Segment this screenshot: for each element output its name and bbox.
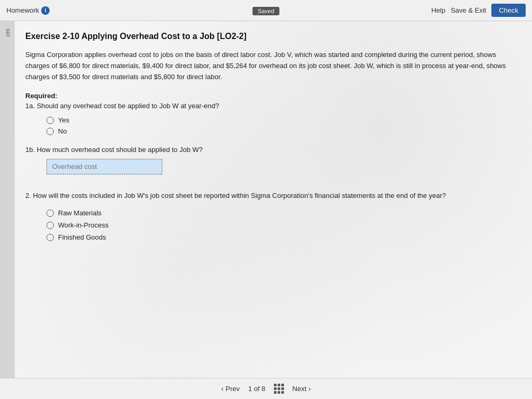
- main-content: Exercise 2-10 Applying Overhead Cost to …: [15, 21, 532, 378]
- info-icon[interactable]: i: [41, 6, 50, 15]
- checkbox-group-2: Raw Materials Work-in-Process Finished G…: [46, 209, 511, 241]
- top-bar-right: Help Save & Exit Check: [431, 4, 526, 17]
- radio-yes-circle[interactable]: [46, 117, 54, 124]
- grid-icon[interactable]: [274, 384, 284, 394]
- next-label: Next: [292, 385, 307, 393]
- radio-yes[interactable]: Yes: [46, 116, 511, 124]
- sidebar-strip: ces: [0, 21, 15, 378]
- exercise-title: Exercise 2-10 Applying Overhead Cost to …: [25, 32, 511, 41]
- prev-chevron-icon: ‹: [221, 385, 223, 393]
- help-link[interactable]: Help: [431, 6, 445, 14]
- finished-goods-label: Finished Goods: [58, 233, 106, 241]
- top-bar: Homework i Saved Help Save & Exit Check: [0, 0, 532, 21]
- exercise-description: Sigma Corporation applies overhead cost …: [25, 50, 511, 82]
- radio-raw-materials-circle[interactable]: [46, 210, 54, 217]
- question-2-section: 2. How will the costs included in Job W'…: [25, 191, 511, 241]
- saved-badge: Saved: [252, 7, 279, 15]
- prev-label: Prev: [225, 385, 240, 393]
- next-chevron-icon: ›: [309, 385, 311, 393]
- radio-no-label: No: [58, 127, 67, 135]
- bottom-nav: ‹ Prev 1 of 8 Next ›: [0, 378, 532, 399]
- page-total: 8: [262, 385, 265, 393]
- radio-group-1a: Yes No: [46, 116, 511, 135]
- wip-label: Work-in-Process: [58, 221, 109, 229]
- question-1a-text: 1a. Should any overhead cost be applied …: [25, 102, 511, 110]
- raw-materials-label: Raw Materials: [58, 209, 101, 217]
- radio-no-circle[interactable]: [46, 128, 54, 135]
- required-label: Required:: [25, 92, 511, 100]
- radio-finished-goods-circle[interactable]: [46, 234, 54, 241]
- page-indicator: 1 of 8: [248, 385, 265, 393]
- checkbox-raw-materials[interactable]: Raw Materials: [46, 209, 511, 217]
- radio-wip-circle[interactable]: [46, 222, 54, 229]
- page-separator: of: [254, 385, 260, 393]
- top-bar-center: Saved: [252, 6, 279, 15]
- checkbox-finished-goods[interactable]: Finished Goods: [46, 233, 511, 241]
- next-button[interactable]: Next ›: [292, 385, 311, 393]
- homework-text: Homework: [6, 6, 39, 14]
- save-exit-button[interactable]: Save & Exit: [451, 6, 486, 14]
- radio-no[interactable]: No: [46, 127, 511, 135]
- overhead-input-container: [46, 159, 511, 175]
- check-button[interactable]: Check: [491, 4, 526, 17]
- radio-yes-label: Yes: [58, 116, 69, 124]
- checkbox-wip[interactable]: Work-in-Process: [46, 221, 511, 229]
- homework-label: Homework i: [6, 6, 50, 15]
- overhead-cost-input[interactable]: [46, 159, 163, 175]
- question-1b-text: 1b. How much overhead cost should be app…: [25, 146, 511, 154]
- prev-button[interactable]: ‹ Prev: [221, 385, 240, 393]
- question-2-text: 2. How will the costs included in Job W'…: [25, 191, 511, 202]
- page-current: 1: [248, 385, 252, 393]
- sidebar-tab-label[interactable]: ces: [4, 26, 12, 39]
- top-bar-left: Homework i: [6, 6, 50, 15]
